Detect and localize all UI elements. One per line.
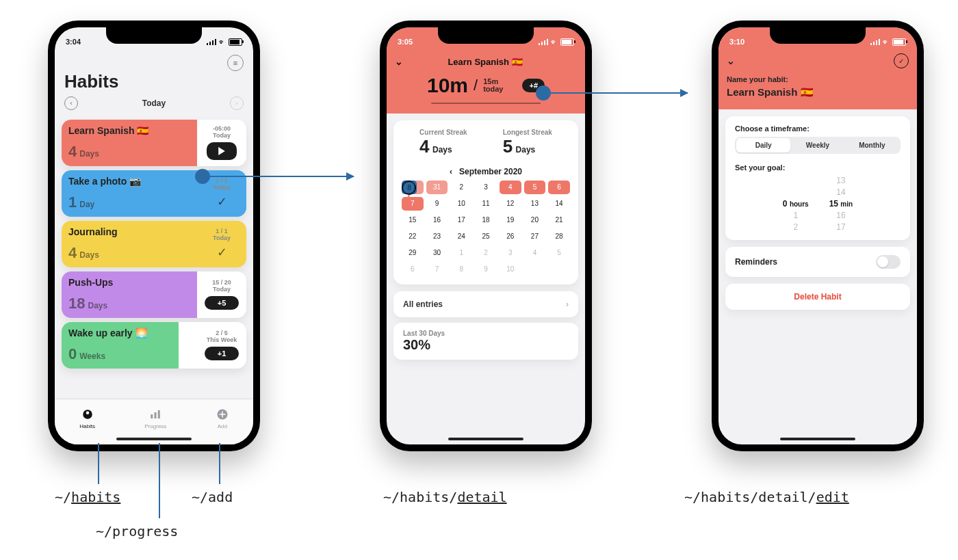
date-bar: ‹ Today › <box>55 95 253 116</box>
calendar-day[interactable]: 6 <box>548 181 570 194</box>
calendar-day[interactable]: 20 <box>524 213 546 227</box>
segment-monthly[interactable]: Monthly <box>845 138 899 152</box>
route-progress: ~/progress <box>96 523 178 539</box>
calendar-day[interactable]: 18 <box>475 213 497 227</box>
home-indicator <box>448 438 523 440</box>
calendar-day[interactable]: 7 <box>402 197 424 211</box>
notch <box>770 27 866 44</box>
calendar-day[interactable]: 4 <box>500 181 521 194</box>
calendar-day[interactable]: 5 <box>524 181 546 194</box>
calendar-day[interactable]: 7 <box>426 263 448 276</box>
tab-habits[interactable]: Habits <box>79 408 95 429</box>
flow-arrow-1 <box>210 176 354 177</box>
dismiss-sheet-button[interactable]: ⌄ <box>727 55 735 66</box>
name-field[interactable]: Learn Spanish 🇪🇸 <box>727 86 909 98</box>
battery-icon <box>560 38 574 46</box>
calendar-day[interactable]: 25 <box>475 230 497 243</box>
route-edit: ~/habits/detail/edit <box>684 489 849 505</box>
goal-picker[interactable]: . . 0 hours 1 2 13 14 15 min 16 17 <box>735 176 901 232</box>
calendar-day[interactable]: 19 <box>500 213 521 227</box>
calendar-day[interactable]: 3 <box>475 181 497 194</box>
calendar-day[interactable]: 10 <box>450 197 472 211</box>
calendar-day[interactable]: 11 <box>475 197 497 211</box>
calendar-day[interactable]: 3 <box>500 246 521 260</box>
phone-habits-list: 3:04 ᯤ ≡ Habits ‹ Today › Learn Spanish … <box>48 21 260 451</box>
reminders-toggle[interactable] <box>876 255 901 269</box>
habit-name: Wake up early 🌅 <box>68 328 172 338</box>
calendar-day[interactable]: 26 <box>500 230 521 243</box>
calendar-day[interactable]: 15 <box>402 213 424 227</box>
all-entries-row[interactable]: All entries › <box>393 291 578 317</box>
settings-button[interactable]: ≡ <box>227 55 244 71</box>
play-button[interactable] <box>207 142 237 160</box>
streak-label: Longest Streak <box>503 129 552 136</box>
segment-daily[interactable]: Daily <box>736 138 790 152</box>
tab-progress[interactable]: Progress <box>144 408 166 429</box>
calendar-day[interactable]: 31 <box>426 181 448 194</box>
route-habits: ~/habits <box>55 489 120 505</box>
habit-name: Take a photo 📷 <box>68 176 190 187</box>
delete-habit-button[interactable]: Delete Habit <box>725 284 910 310</box>
calendar-day[interactable]: 9 <box>426 197 448 211</box>
habit-card[interactable]: Journaling4Days1 / 1Today✓ <box>62 221 246 267</box>
timeframe-segmented[interactable]: DailyWeeklyMonthly <box>735 137 901 154</box>
calendar-day[interactable]: 6 <box>402 263 424 276</box>
calendar-day[interactable]: 24 <box>450 230 472 243</box>
calendar-day[interactable]: 8 <box>450 263 472 276</box>
calendar-day[interactable]: 10 <box>500 263 521 276</box>
calendar-day[interactable]: 16 <box>426 213 448 227</box>
prev-day-button[interactable]: ‹ <box>64 96 78 110</box>
dismiss-sheet-button[interactable]: ⌄ <box>395 56 403 67</box>
segment-weekly[interactable]: Weekly <box>790 138 844 152</box>
minutes-column[interactable]: 13 14 15 min 16 17 <box>829 176 853 232</box>
calendar-day[interactable]: 22 <box>402 230 424 243</box>
increment-button[interactable]: +5 <box>205 296 239 310</box>
calendar-day[interactable]: 21 <box>548 213 570 227</box>
route-add: ~/add <box>192 489 233 505</box>
habit-meta: 1 / 1Today <box>213 228 231 242</box>
route-conn-progress <box>159 443 160 518</box>
battery-icon <box>892 38 906 46</box>
calendar-day[interactable]: 29 <box>402 246 424 260</box>
prev-month-button[interactable]: ‹ <box>450 167 452 176</box>
streak-n: 5 <box>503 136 513 157</box>
calendar-day[interactable]: 5 <box>548 246 570 260</box>
calendar-day[interactable]: 27 <box>524 230 546 243</box>
flow-arrow-2 <box>551 92 688 94</box>
habit-card[interactable]: Take a photo 📷1Day1 / 1Today✓ <box>62 170 246 217</box>
reminders-row[interactable]: Reminders <box>725 247 910 277</box>
streak-count: 18 <box>68 295 85 312</box>
calendar-day[interactable]: 12 <box>500 197 521 211</box>
habit-card[interactable]: Push-Ups18Days15 / 20Today+5 <box>62 271 246 318</box>
streak-unit: Days <box>79 250 99 260</box>
calendar-day[interactable]: 13 <box>524 197 546 211</box>
habit-card[interactable]: Learn Spanish 🇪🇸4Days-05:00Today <box>62 120 246 166</box>
check-icon: ✓ <box>217 194 227 209</box>
habit-card[interactable]: Wake up early 🌅0Weeks2 / 5This Week+1 <box>62 322 246 369</box>
calendar-day[interactable]: 4 <box>524 246 546 260</box>
time-goal: 15mtoday <box>483 78 503 93</box>
calendar-day[interactable]: 14 <box>548 197 570 211</box>
hours-column[interactable]: . . 0 hours 1 2 <box>783 176 809 232</box>
habit-name: Journaling <box>68 226 190 237</box>
calendar-day[interactable]: 2 <box>475 246 497 260</box>
habit-name: Push-Ups <box>68 277 190 288</box>
route-detail: ~/habits/detail <box>383 489 507 505</box>
calendar-day[interactable]: 30 <box>426 246 448 260</box>
habit-meta: 15 / 20Today <box>212 280 231 293</box>
name-field-label: Name your habit: <box>727 75 909 83</box>
confirm-button[interactable]: ✓ <box>894 53 909 68</box>
flow-dot-2 <box>536 85 551 101</box>
increment-button[interactable]: +1 <box>205 347 239 360</box>
calendar-day[interactable]: 9 <box>475 263 497 276</box>
signal-icon <box>539 39 548 45</box>
tab-add[interactable]: Add <box>216 408 229 429</box>
calendar-day[interactable]: 2 <box>450 181 472 194</box>
calendar-day[interactable]: 1 <box>450 246 472 260</box>
calendar-day[interactable]: 28 <box>548 230 570 243</box>
next-day-button[interactable]: › <box>230 96 244 110</box>
habit-meta: 2 / 5This Week <box>207 330 237 344</box>
calendar-day[interactable]: 17 <box>450 213 472 227</box>
calendar-day[interactable]: 8 <box>402 181 415 194</box>
calendar-day[interactable]: 23 <box>426 230 448 243</box>
